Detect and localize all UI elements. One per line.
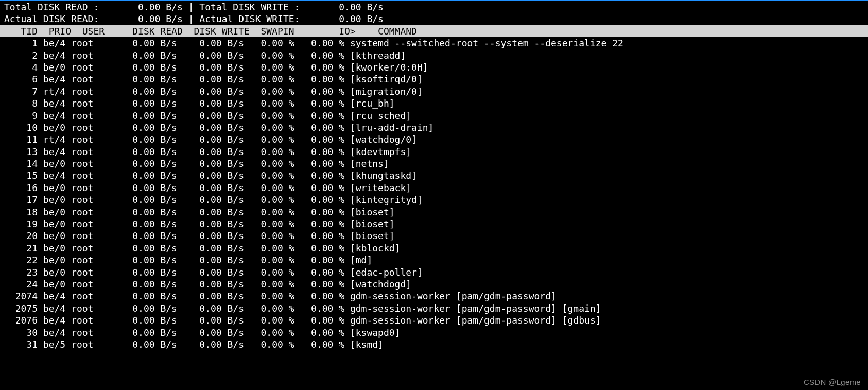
process-row[interactable]: 11 rt/4 root 0.00 B/s 0.00 B/s 0.00 % 0.…	[0, 133, 868, 145]
process-row[interactable]: 31 be/5 root 0.00 B/s 0.00 B/s 0.00 % 0.…	[0, 338, 868, 350]
total-write-label: Total DISK WRITE :	[199, 2, 300, 12]
separator: |	[188, 2, 194, 12]
process-row[interactable]: 19 be/0 root 0.00 B/s 0.00 B/s 0.00 % 0.…	[0, 218, 868, 230]
total-read-label: Total DISK READ :	[4, 2, 99, 12]
process-row[interactable]: 2076 be/4 root 0.00 B/s 0.00 B/s 0.00 % …	[0, 314, 868, 326]
process-row[interactable]: 18 be/0 root 0.00 B/s 0.00 B/s 0.00 % 0.…	[0, 206, 868, 218]
total-read-value: 0.00 B/s	[138, 2, 183, 12]
actual-read-label: Actual DISK READ:	[4, 13, 99, 24]
actual-write-value: 0.00 B/s	[339, 13, 384, 24]
actual-write-label: Actual DISK WRITE:	[199, 13, 300, 24]
total-write-value: 0.00 B/s	[339, 2, 384, 12]
actual-read-value: 0.00 B/s	[138, 13, 183, 24]
process-row[interactable]: 7 rt/4 root 0.00 B/s 0.00 B/s 0.00 % 0.0…	[0, 86, 868, 97]
process-row[interactable]: 6 be/4 root 0.00 B/s 0.00 B/s 0.00 % 0.0…	[0, 73, 868, 85]
process-row[interactable]: 13 be/4 root 0.00 B/s 0.00 B/s 0.00 % 0.…	[0, 146, 868, 158]
process-row[interactable]: 15 be/4 root 0.00 B/s 0.00 B/s 0.00 % 0.…	[0, 169, 868, 181]
process-row[interactable]: 4 be/0 root 0.00 B/s 0.00 B/s 0.00 % 0.0…	[0, 61, 868, 73]
process-row[interactable]: 16 be/0 root 0.00 B/s 0.00 B/s 0.00 % 0.…	[0, 182, 868, 194]
process-row[interactable]: 24 be/0 root 0.00 B/s 0.00 B/s 0.00 % 0.…	[0, 278, 868, 290]
process-row[interactable]: 20 be/0 root 0.00 B/s 0.00 B/s 0.00 % 0.…	[0, 230, 868, 242]
process-row[interactable]: 22 be/0 root 0.00 B/s 0.00 B/s 0.00 % 0.…	[0, 254, 868, 266]
summary-line-total: Total DISK READ : 0.00 B/s | Total DISK …	[0, 1, 868, 13]
process-row[interactable]: 9 be/4 root 0.00 B/s 0.00 B/s 0.00 % 0.0…	[0, 110, 868, 122]
process-row[interactable]: 2 be/4 root 0.00 B/s 0.00 B/s 0.00 % 0.0…	[0, 49, 868, 61]
process-row[interactable]: 10 be/0 root 0.00 B/s 0.00 B/s 0.00 % 0.…	[0, 122, 868, 133]
process-row[interactable]: 2075 be/4 root 0.00 B/s 0.00 B/s 0.00 % …	[0, 302, 868, 314]
process-row[interactable]: 21 be/0 root 0.00 B/s 0.00 B/s 0.00 % 0.…	[0, 242, 868, 254]
process-list: 1 be/4 root 0.00 B/s 0.00 B/s 0.00 % 0.0…	[0, 37, 868, 350]
separator: |	[188, 13, 194, 24]
iotop-terminal[interactable]: { "summary":{ "total_read_label":"Total …	[0, 0, 868, 390]
summary-line-actual: Actual DISK READ: 0.00 B/s | Actual DISK…	[0, 13, 868, 25]
process-row[interactable]: 17 be/0 root 0.00 B/s 0.00 B/s 0.00 % 0.…	[0, 194, 868, 206]
process-row[interactable]: 8 be/4 root 0.00 B/s 0.00 B/s 0.00 % 0.0…	[0, 97, 868, 109]
watermark: CSDN @Lgeme	[804, 377, 861, 387]
process-row[interactable]: 1 be/4 root 0.00 B/s 0.00 B/s 0.00 % 0.0…	[0, 37, 868, 49]
process-row[interactable]: 14 be/0 root 0.00 B/s 0.00 B/s 0.00 % 0.…	[0, 158, 868, 169]
process-row[interactable]: 23 be/0 root 0.00 B/s 0.00 B/s 0.00 % 0.…	[0, 266, 868, 278]
column-header-bar[interactable]: TID PRIO USER DISK READ DISK WRITE SWAPI…	[0, 25, 868, 37]
process-row[interactable]: 30 be/4 root 0.00 B/s 0.00 B/s 0.00 % 0.…	[0, 327, 868, 338]
process-row[interactable]: 2074 be/4 root 0.00 B/s 0.00 B/s 0.00 % …	[0, 290, 868, 302]
